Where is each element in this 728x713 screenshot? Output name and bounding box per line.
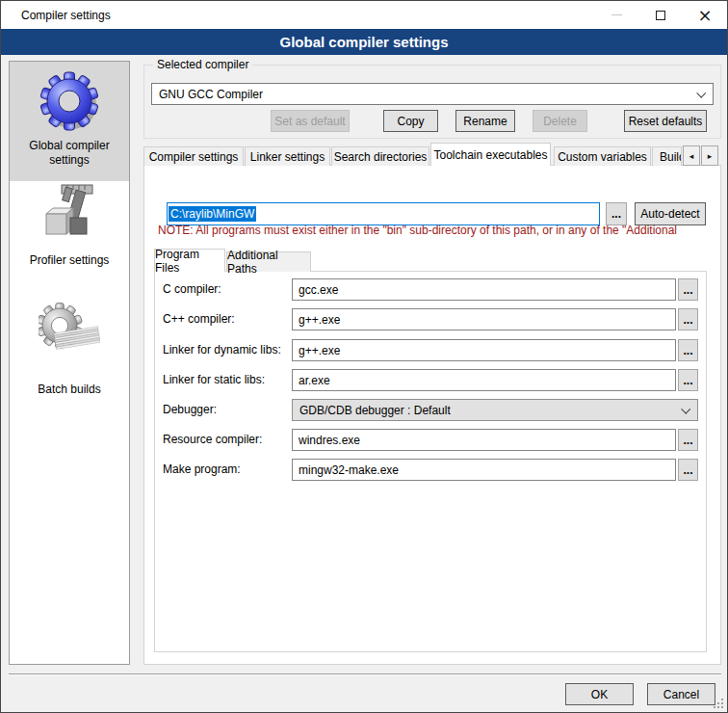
maximize-button[interactable] [638, 1, 683, 29]
note-text: NOTE: All programs must exist either in … [158, 224, 709, 237]
cpp-compiler-value: g++.exe [299, 313, 340, 327]
linker-static-label: Linker for static libs: [163, 373, 265, 386]
linker-static-value: ar.exe [299, 374, 330, 387]
resource-compiler-label: Resource compiler: [163, 433, 262, 446]
linker-dynamic-label: Linker for dynamic libs: [163, 343, 281, 356]
linker-dynamic-value: g++.exe [299, 344, 340, 357]
reset-defaults-button[interactable]: Reset defaults [624, 110, 707, 132]
linker-dynamic-input[interactable]: g++.exe [292, 339, 676, 361]
chevron-down-icon [681, 405, 690, 414]
make-program-input[interactable]: mingw32-make.exe [292, 459, 676, 481]
sidebar-item-label: Profiler settings [22, 253, 117, 268]
cpp-compiler-label: C++ compiler: [163, 312, 235, 326]
close-icon: × [697, 7, 712, 24]
resize-grip[interactable] [713, 698, 725, 710]
debugger-value: GDB/CDB debugger : Default [299, 404, 451, 417]
make-program-value: mingw32-make.exe [299, 463, 399, 477]
c-compiler-value: gcc.exe [299, 283, 338, 297]
c-compiler-browse-button[interactable]: ... [678, 278, 698, 301]
window-title: Compiler settings [21, 9, 111, 22]
maximize-icon [656, 11, 665, 20]
settings-category-list: Global compiler settings [9, 61, 130, 665]
make-program-browse-button[interactable]: ... [678, 459, 698, 481]
compiler-select-value: GNU GCC Compiler [159, 88, 263, 101]
arrow-right-icon: ▸ [708, 151, 713, 161]
set-as-default-button: Set as default [271, 110, 350, 132]
group-label: Selected compiler [153, 58, 252, 71]
cpp-compiler-browse-button[interactable]: ... [678, 308, 698, 330]
linker-dynamic-browse-button[interactable]: ... [678, 339, 698, 361]
sidebar-item-label: Global compiler settings [10, 139, 129, 168]
browse-directory-button[interactable]: ... [606, 202, 627, 225]
tab-custom-variables[interactable]: Custom variables [554, 146, 651, 166]
tab-scroll-left-button[interactable]: ◂ [683, 145, 700, 166]
subtab-additional-paths[interactable]: Additional Paths [226, 251, 311, 272]
minimize-button [594, 1, 638, 29]
compiler-settings-dialog: Compiler settings × Global compiler sett… [0, 0, 728, 713]
tab-compiler-settings[interactable]: Compiler settings [143, 146, 244, 166]
sidebar-item-batch-builds[interactable]: Batch builds [10, 299, 129, 405]
selected-path-text: C:\raylib\MinGW [169, 206, 256, 222]
sidebar-item-label: Batch builds [30, 383, 108, 397]
linker-static-input[interactable]: ar.exe [292, 369, 676, 391]
auto-detect-button[interactable]: Auto-detect [635, 202, 706, 225]
tab-build-options[interactable]: Build [652, 146, 682, 166]
debugger-select[interactable]: GDB/CDB debugger : Default [292, 399, 698, 421]
sidebar-item-global-compiler-settings[interactable]: Global compiler settings [10, 62, 129, 181]
copy-button[interactable]: Copy [383, 110, 438, 132]
compiler-select[interactable]: GNU GCC Compiler [151, 83, 714, 105]
resource-compiler-input[interactable]: windres.exe [292, 429, 676, 451]
resource-compiler-value: windres.exe [299, 434, 360, 447]
blue-gear-icon [39, 62, 100, 135]
resource-compiler-browse-button[interactable]: ... [678, 429, 698, 451]
tab-linker-settings[interactable]: Linker settings [245, 146, 330, 166]
subtab-program-files[interactable]: Program Files [154, 249, 225, 272]
rename-button[interactable]: Rename [455, 110, 515, 132]
page-title: Global compiler settings [279, 34, 448, 50]
tab-scroll-right-button[interactable]: ▸ [701, 145, 718, 166]
tab-toolchain-executables[interactable]: Toolchain executables [430, 143, 551, 166]
footer-divider [9, 673, 721, 675]
titlebar[interactable]: Compiler settings × [1, 1, 727, 29]
dialog-header: Global compiler settings [1, 29, 727, 55]
close-button[interactable]: × [683, 1, 727, 29]
minimize-icon [611, 14, 622, 15]
linker-static-browse-button[interactable]: ... [678, 369, 698, 391]
chevron-down-icon [696, 89, 706, 98]
debugger-label: Debugger: [163, 403, 217, 416]
cancel-button[interactable]: Cancel [647, 683, 715, 705]
make-program-label: Make program: [163, 462, 241, 476]
tab-search-directories[interactable]: Search directories [331, 146, 429, 166]
arrow-left-icon: ◂ [689, 151, 694, 161]
c-compiler-input[interactable]: gcc.exe [292, 278, 676, 301]
delete-button: Delete [533, 110, 587, 132]
batch-gear-stack-icon [39, 299, 100, 367]
sidebar-item-profiler-settings[interactable]: Profiler settings [10, 183, 129, 289]
profiler-caliper-icon [39, 183, 100, 248]
c-compiler-label: C compiler: [163, 282, 221, 296]
ok-button[interactable]: OK [565, 683, 634, 705]
cpp-compiler-input[interactable]: g++.exe [292, 308, 676, 330]
installation-directory-input[interactable]: C:\raylib\MinGW [167, 202, 600, 225]
